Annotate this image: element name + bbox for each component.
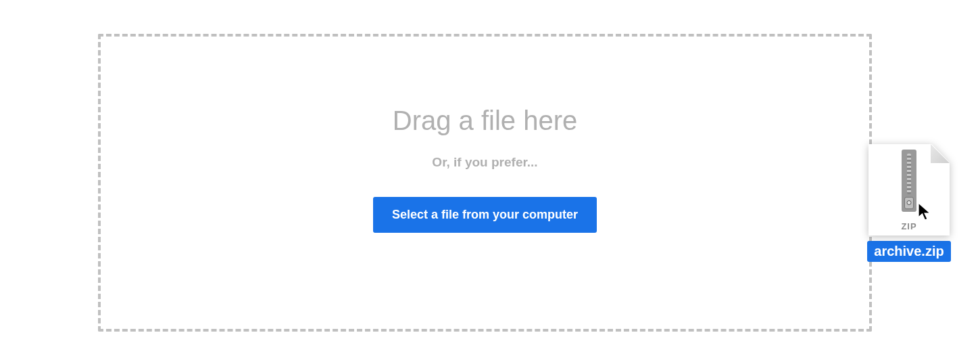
dragged-file-name: archive.zip [867, 241, 950, 262]
zip-file-icon: ZIP [868, 144, 950, 235]
file-dropzone[interactable]: Drag a file here Or, if you prefer... Se… [98, 34, 872, 332]
file-extension-label: ZIP [901, 221, 916, 231]
dropzone-heading: Drag a file here [393, 106, 577, 136]
dropzone-subtext: Or, if you prefer... [432, 155, 537, 170]
dragged-file[interactable]: ZIP archive.zip [858, 144, 960, 262]
select-file-button[interactable]: Select a file from your computer [373, 197, 597, 233]
